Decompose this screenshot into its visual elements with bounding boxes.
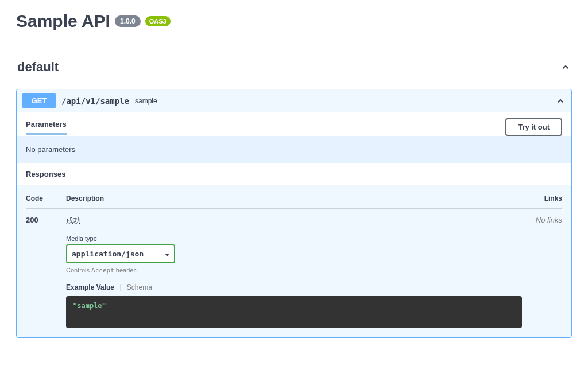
media-type-label: Media type [66,235,522,242]
media-type-select[interactable]: application/json [66,244,175,263]
api-header: Sample API 1.0.0 OAS3 [16,11,572,31]
oas-badge: OAS3 [145,16,171,26]
responses-table-head: Code Description Links [26,194,562,209]
operation-block: GET /api/v1/sample sample Parameters Try… [16,89,572,338]
media-type-select-wrap: application/json [66,242,175,263]
column-links: Links [528,194,562,202]
parameters-header: Parameters Try it out [17,112,571,136]
try-it-out-button[interactable]: Try it out [505,118,562,136]
accept-header-note: Controls Accept header. [66,267,522,274]
tab-separator: | [119,283,121,291]
no-parameters-text: No parameters [26,145,75,154]
tab-schema[interactable]: Schema [127,283,152,291]
parameters-body: No parameters [17,136,571,163]
operation-path: /api/v1/sample [61,96,129,106]
responses-header: Responses [17,163,571,185]
response-links: No links [522,216,562,328]
operation-body: Parameters Try it out No parameters Resp… [17,112,571,337]
api-title: Sample API [16,11,110,31]
parameters-label: Parameters [26,120,67,135]
tag-section: default GET /api/v1/sample sample Parame… [16,54,572,338]
example-code-block: "sample" [66,296,522,328]
response-code: 200 [26,216,66,328]
responses-label: Responses [26,170,65,178]
http-method-badge: GET [22,93,56,108]
column-code: Code [26,194,66,202]
operation-summary[interactable]: GET /api/v1/sample sample [17,89,571,112]
chevron-up-icon [560,62,571,72]
tag-header[interactable]: default [16,54,572,83]
tab-example-value[interactable]: Example Value [66,283,114,291]
version-badge: 1.0.0 [115,15,141,27]
chevron-up-icon [555,96,566,106]
operation-description: sample [135,97,157,105]
example-tabs: Example Value | Schema [66,283,522,291]
responses-body: Code Description Links 200 成功 Media type… [17,185,571,337]
response-row: 200 成功 Media type application/json Contr… [26,209,562,328]
response-description-cell: 成功 Media type application/json Controls … [66,216,522,328]
column-description: Description [66,194,528,202]
tag-name: default [17,60,59,75]
response-description-text: 成功 [66,216,522,226]
